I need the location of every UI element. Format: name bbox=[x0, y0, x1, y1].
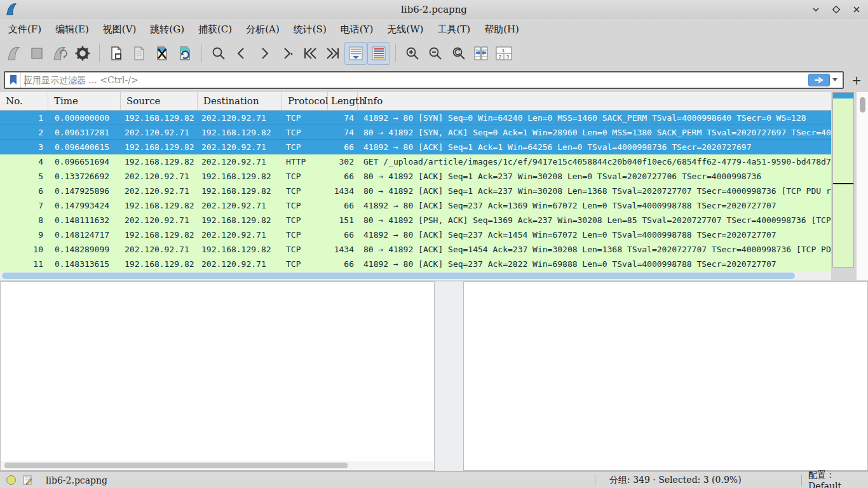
packet-row[interactable]: 6 0.147925896 202.120.92.71 192.168.129.… bbox=[0, 184, 831, 198]
first-packet-button[interactable] bbox=[299, 42, 322, 65]
menu-item[interactable]: 文件(F) bbox=[1, 21, 48, 38]
menu-item[interactable]: 视图(V) bbox=[96, 21, 144, 38]
minimap-marker bbox=[833, 183, 853, 184]
filter-dropdown-caret[interactable] bbox=[832, 78, 837, 81]
last-packet-icon bbox=[325, 46, 341, 60]
add-filter-button[interactable]: + bbox=[849, 72, 864, 88]
chevron-left-icon bbox=[234, 46, 248, 60]
zoom-out-button[interactable] bbox=[424, 42, 447, 65]
packet-row[interactable]: 3 0.096400615 192.168.129.82 202.120.92.… bbox=[0, 140, 831, 154]
packet-row[interactable]: 5 0.133726692 202.120.92.71 192.168.129.… bbox=[0, 169, 831, 184]
svg-text:3: 3 bbox=[506, 55, 509, 60]
open-file-button[interactable] bbox=[105, 42, 128, 65]
column-header-no[interactable]: No. bbox=[0, 92, 48, 110]
maximize-button[interactable] bbox=[829, 2, 844, 17]
cell-destination: 192.168.129.82 bbox=[198, 184, 282, 198]
restart-capture-button[interactable] bbox=[48, 42, 71, 65]
details-hscrollbar[interactable] bbox=[1, 461, 433, 470]
cell-protocol: HTTP bbox=[282, 154, 328, 169]
zoom-reset-button[interactable] bbox=[447, 42, 470, 65]
details-hscrollbar-thumb[interactable] bbox=[4, 463, 348, 468]
menu-item[interactable]: 分析(A) bbox=[239, 21, 287, 38]
capture-comment-icon[interactable] bbox=[22, 475, 33, 485]
filter-bookmark-button[interactable] bbox=[6, 72, 21, 88]
cell-source: 202.120.92.71 bbox=[121, 169, 198, 184]
auto-scroll-toggle[interactable] bbox=[344, 42, 367, 65]
wireshark-window: lib6-2.pcapng 文件(F)编辑(E)视图(V)跳转(G)捕获(C)分… bbox=[0, 0, 868, 488]
cell-length: 74 bbox=[328, 125, 358, 139]
bottom-panes bbox=[0, 281, 868, 471]
column-header-length[interactable]: Length bbox=[328, 92, 358, 110]
packet-row[interactable]: 8 0.148111632 202.120.92.71 192.168.129.… bbox=[0, 213, 831, 227]
column-header-source[interactable]: Source bbox=[121, 92, 198, 110]
cell-source: 192.168.129.82 bbox=[121, 227, 198, 242]
window-controls bbox=[808, 0, 864, 19]
packet-details-pane[interactable] bbox=[0, 281, 435, 471]
go-forward-button[interactable] bbox=[253, 42, 276, 65]
layout-123-icon: 123 bbox=[495, 45, 513, 62]
menu-item[interactable]: 工具(T) bbox=[430, 21, 477, 38]
cell-info: 41892 → 80 [SYN] Seq=0 Win=64240 Len=0 M… bbox=[358, 111, 831, 125]
cell-protocol: TCP bbox=[282, 242, 328, 257]
column-header-protocol[interactable]: Protocol bbox=[282, 92, 328, 110]
packet-row[interactable]: 1 0.000000000 192.168.129.82 202.120.92.… bbox=[0, 111, 831, 125]
go-back-button[interactable] bbox=[230, 42, 253, 65]
packet-list-hscrollbar[interactable] bbox=[0, 271, 831, 280]
packet-row[interactable]: 9 0.148124717 192.168.129.82 202.120.92.… bbox=[0, 227, 831, 242]
packet-row[interactable]: 11 0.148313615 192.168.129.82 202.120.92… bbox=[0, 257, 831, 271]
packet-row[interactable]: 10 0.148289099 202.120.92.71 192.168.129… bbox=[0, 242, 831, 257]
start-capture-button[interactable] bbox=[3, 42, 25, 65]
menu-item[interactable]: 捕获(C) bbox=[191, 21, 239, 38]
last-packet-button[interactable] bbox=[322, 42, 344, 65]
layout-chooser-button[interactable]: 123 bbox=[492, 42, 515, 65]
column-header-destination[interactable]: Destination bbox=[198, 92, 282, 110]
vscrollbar-thumb[interactable] bbox=[860, 97, 865, 112]
colorize-toggle[interactable] bbox=[367, 42, 390, 65]
packet-list-pane: No. Time Source Destination Protocol Len… bbox=[0, 92, 831, 271]
column-header-time[interactable]: Time bbox=[48, 92, 121, 110]
save-file-button[interactable] bbox=[128, 42, 151, 65]
cell-info: 41892 → 80 [ACK] Seq=1 Ack=1 Win=64256 L… bbox=[358, 140, 831, 154]
cell-no: 6 bbox=[0, 184, 48, 198]
stop-capture-button[interactable] bbox=[25, 42, 48, 65]
zoom-in-button[interactable] bbox=[401, 42, 424, 65]
packet-row[interactable]: 2 0.096317281 202.120.92.71 192.168.129.… bbox=[0, 125, 831, 140]
resize-columns-button[interactable] bbox=[470, 42, 492, 65]
cell-length: 74 bbox=[328, 111, 358, 125]
cell-source: 192.168.129.82 bbox=[121, 198, 198, 213]
find-packet-button[interactable] bbox=[207, 42, 230, 65]
capture-options-button[interactable] bbox=[71, 42, 94, 65]
packet-bytes-pane[interactable] bbox=[463, 281, 868, 471]
menu-item[interactable]: 统计(S) bbox=[287, 21, 334, 38]
packet-row[interactable]: 7 0.147993424 192.168.129.82 202.120.92.… bbox=[0, 198, 831, 213]
go-to-packet-button[interactable] bbox=[276, 42, 299, 65]
cell-length: 302 bbox=[328, 154, 358, 169]
cell-length: 66 bbox=[328, 257, 358, 271]
profile-selector[interactable]: 配置：Default bbox=[802, 470, 868, 488]
menu-item[interactable]: 跳转(G) bbox=[143, 21, 191, 38]
main-toolbar: 123 bbox=[0, 39, 868, 67]
menu-item[interactable]: 电话(Y) bbox=[334, 21, 381, 38]
minimize-button[interactable] bbox=[808, 2, 824, 17]
chevron-right-icon bbox=[257, 46, 271, 60]
display-filter-input[interactable] bbox=[21, 73, 808, 87]
close-file-button[interactable] bbox=[151, 42, 173, 65]
intelligent-scrollbar-minimap[interactable] bbox=[832, 92, 854, 268]
cell-destination: 202.120.92.71 bbox=[198, 198, 282, 213]
menu-item[interactable]: 编辑(E) bbox=[48, 21, 96, 38]
column-header-info[interactable]: Info bbox=[358, 92, 831, 110]
cell-time: 0.096317281 bbox=[48, 125, 121, 139]
apply-filter-button[interactable] bbox=[808, 74, 830, 86]
menu-item[interactable]: 无线(W) bbox=[380, 21, 430, 38]
cell-source: 192.168.129.82 bbox=[121, 111, 198, 125]
menu-item[interactable]: 帮助(H) bbox=[477, 21, 526, 38]
hscrollbar-thumb[interactable] bbox=[2, 273, 795, 279]
packet-row[interactable]: 4 0.096651694 192.168.129.82 202.120.92.… bbox=[0, 154, 831, 169]
toolbar-separator bbox=[99, 44, 100, 62]
close-button[interactable] bbox=[849, 2, 864, 17]
restart-fin-icon bbox=[51, 45, 68, 62]
reload-file-button[interactable] bbox=[173, 42, 196, 65]
filter-bar: + bbox=[0, 67, 868, 92]
packet-list-vscrollbar[interactable] bbox=[856, 92, 868, 280]
expert-info-icon[interactable] bbox=[6, 475, 16, 485]
